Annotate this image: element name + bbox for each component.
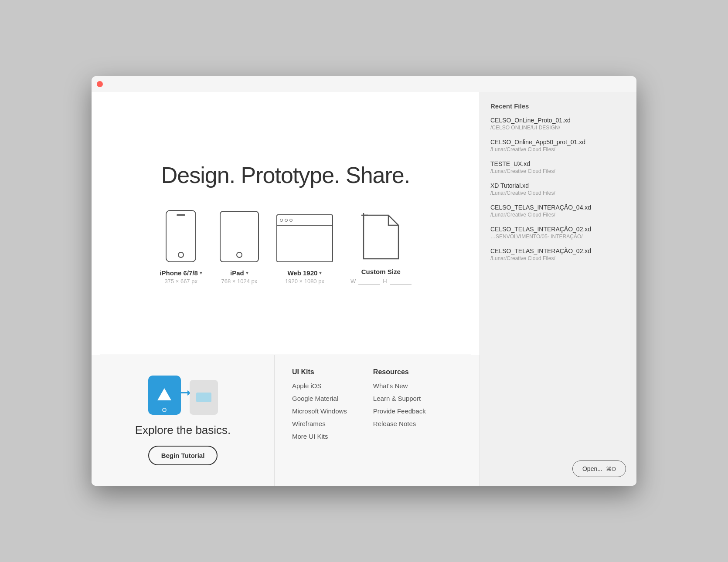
browser-dot-3 [289, 219, 293, 222]
file-name-2: TESTE_UX.xd [490, 160, 626, 167]
custom-name: Custom Size [361, 268, 401, 275]
file-path-5: …SENVOLVIMENTO/05- INTERAÇÃO/ [490, 234, 626, 240]
resource-release-notes[interactable]: Release Notes [373, 420, 426, 427]
phone-home-button [178, 252, 184, 258]
proto-rectangle [196, 393, 211, 402]
resource-whats-new[interactable]: What's New [373, 382, 426, 389]
begin-tutorial-button[interactable]: Begin Tutorial [148, 446, 218, 465]
phone-blue-mockup [148, 376, 181, 415]
ui-kit-more[interactable]: More UI Kits [292, 433, 347, 440]
file-item-4[interactable]: CELSO_TELAS_INTERAÇÃO_04.xd /Lunar/Creat… [490, 204, 626, 218]
resources-column: Resources What's New Learn & Support Pro… [373, 368, 426, 473]
ui-kit-microsoft-windows[interactable]: Microsoft Windows [292, 407, 347, 415]
window-body: Design. Prototype. Share. iPhone 6 [92, 92, 636, 486]
custom-icon [361, 213, 401, 261]
device-tablet[interactable]: iPad ▾ 768 × 1024 px [220, 211, 259, 284]
phone-name: iPhone 6/7/8 ▾ [160, 269, 202, 277]
tutorial-section: Explore the basics. Begin Tutorial [92, 355, 275, 486]
browser-name: Web 1920 ▾ [287, 269, 322, 277]
open-shortcut: ⌘O [606, 466, 616, 472]
file-item-3[interactable]: XD Tutorial.xd /Lunar/Creative Cloud Fil… [490, 182, 626, 196]
file-list: CELSO_OnLine_Proto_01.xd /CELSO ONLINE/U… [490, 117, 626, 454]
file-path-6: /Lunar/Creative Cloud Files/ [490, 255, 626, 261]
right-panel: Recent Files CELSO_OnLine_Proto_01.xd /C… [480, 92, 636, 486]
file-path-3: /Lunar/Creative Cloud Files/ [490, 190, 626, 196]
bottom-section: Explore the basics. Begin Tutorial UI Ki… [92, 355, 480, 486]
file-path-4: /Lunar/Creative Cloud Files/ [490, 212, 626, 218]
file-path-1: /Lunar/Creative Cloud Files/ [490, 146, 626, 152]
tablet-name: iPad ▾ [230, 269, 248, 277]
browser-icon [276, 214, 333, 262]
ui-kit-apple-ios[interactable]: Apple iOS [292, 382, 347, 389]
resource-provide-feedback[interactable]: Provide Feedback [373, 407, 426, 415]
tablet-icon [220, 211, 259, 262]
browser-dot-1 [280, 219, 283, 222]
browser-dot-2 [285, 219, 288, 222]
file-name-4: CELSO_TELAS_INTERAÇÃO_04.xd [490, 204, 626, 211]
phone-speaker [177, 214, 185, 216]
custom-label: Custom Size W H [350, 268, 412, 284]
device-browser[interactable]: Web 1920 ▾ 1920 × 1080 px [276, 214, 333, 284]
chevron-down-icon: ▾ [246, 270, 248, 276]
main-panel: Design. Prototype. Share. iPhone 6 [92, 92, 480, 486]
main-window: Design. Prototype. Share. iPhone 6 [92, 76, 636, 486]
tablet-label: iPad ▾ 768 × 1024 px [221, 269, 258, 284]
height-input[interactable] [390, 278, 412, 284]
width-label: W [350, 278, 356, 284]
chevron-down-icon: ▾ [319, 270, 322, 276]
file-name-5: CELSO_TELAS_INTERAÇÃO_02.xd [490, 226, 626, 233]
phone-icon [166, 210, 196, 262]
height-label: H [383, 278, 387, 284]
file-item-5[interactable]: CELSO_TELAS_INTERAÇÃO_02.xd …SENVOLVIMEN… [490, 226, 626, 240]
file-path-2: /Lunar/Creative Cloud Files/ [490, 168, 626, 174]
hero-title: Design. Prototype. Share. [161, 162, 410, 188]
phone-gray-mockup [190, 380, 218, 415]
phone-label: iPhone 6/7/8 ▾ 375 × 667 px [160, 269, 202, 284]
custom-size-inputs[interactable]: W H [350, 278, 412, 284]
hero-section: Design. Prototype. Share. iPhone 6 [92, 92, 480, 355]
file-name-0: CELSO_OnLine_Proto_01.xd [490, 117, 626, 124]
width-input[interactable] [358, 278, 380, 284]
file-name-6: CELSO_TELAS_INTERAÇÃO_02.xd [490, 247, 626, 254]
browser-label: Web 1920 ▾ 1920 × 1080 px [285, 269, 324, 284]
file-path-0: /CELSO ONLINE/UI DESIGN/ [490, 125, 626, 131]
ui-kits-title: UI Kits [292, 368, 347, 376]
device-custom[interactable]: Custom Size W H [350, 213, 412, 284]
open-button-label: Open... [582, 465, 602, 472]
tablet-size: 768 × 1024 px [221, 278, 258, 284]
recent-files-title: Recent Files [490, 102, 626, 110]
file-item-1[interactable]: CELSO_Online_App50_prot_01.xd /Lunar/Cre… [490, 139, 626, 152]
close-button[interactable] [97, 81, 103, 87]
resource-learn-support[interactable]: Learn & Support [373, 395, 426, 402]
file-item-0[interactable]: CELSO_OnLine_Proto_01.xd /CELSO ONLINE/U… [490, 117, 626, 131]
open-button[interactable]: Open... ⌘O [572, 460, 626, 477]
open-btn-container: Open... ⌘O [490, 460, 626, 477]
ui-kit-wireframes[interactable]: Wireframes [292, 420, 347, 427]
browser-size: 1920 × 1080 px [285, 278, 324, 284]
browser-toolbar [277, 215, 332, 226]
tablet-home-button [236, 252, 242, 258]
phone-size: 375 × 667 px [164, 278, 197, 284]
ui-kit-google-material[interactable]: Google Material [292, 395, 347, 402]
links-section: UI Kits Apple iOS Google Material Micros… [275, 355, 480, 486]
device-phone[interactable]: iPhone 6/7/8 ▾ 375 × 667 px [160, 210, 202, 284]
file-item-2[interactable]: TESTE_UX.xd /Lunar/Creative Cloud Files/ [490, 160, 626, 174]
file-name-3: XD Tutorial.xd [490, 182, 626, 189]
titlebar [92, 76, 636, 92]
chevron-down-icon: ▾ [200, 270, 202, 276]
ui-kits-column: UI Kits Apple iOS Google Material Micros… [292, 368, 347, 473]
file-name-1: CELSO_Online_App50_prot_01.xd [490, 139, 626, 146]
device-grid: iPhone 6/7/8 ▾ 375 × 667 px [160, 210, 411, 284]
file-item-6[interactable]: CELSO_TELAS_INTERAÇÃO_02.xd /Lunar/Creat… [490, 247, 626, 261]
xd-logo-triangle [157, 388, 171, 400]
tutorial-image [148, 376, 218, 415]
tutorial-tagline: Explore the basics. [135, 423, 231, 437]
resources-title: Resources [373, 368, 426, 376]
phone-blue-home [162, 408, 167, 412]
